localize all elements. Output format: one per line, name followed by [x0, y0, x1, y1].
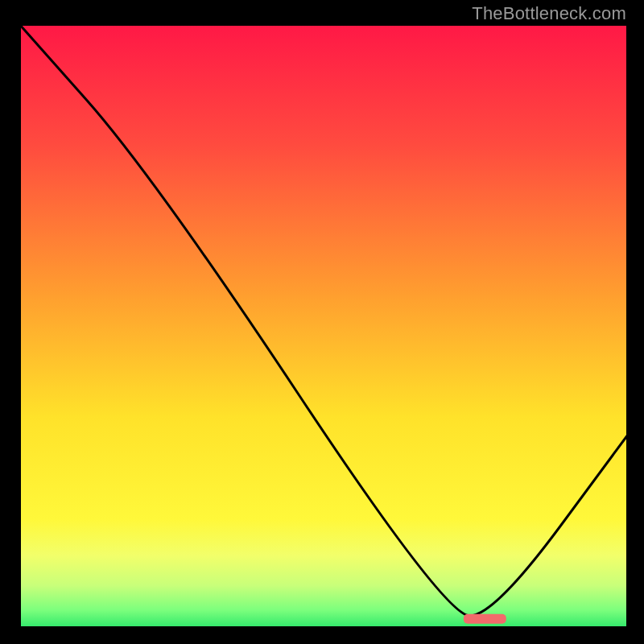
bottleneck-chart	[0, 0, 644, 644]
optimal-marker	[464, 614, 506, 624]
chart-frame: TheBottleneck.com	[0, 0, 644, 644]
watermark-text: TheBottleneck.com	[472, 3, 626, 24]
plot-background	[19, 24, 628, 628]
